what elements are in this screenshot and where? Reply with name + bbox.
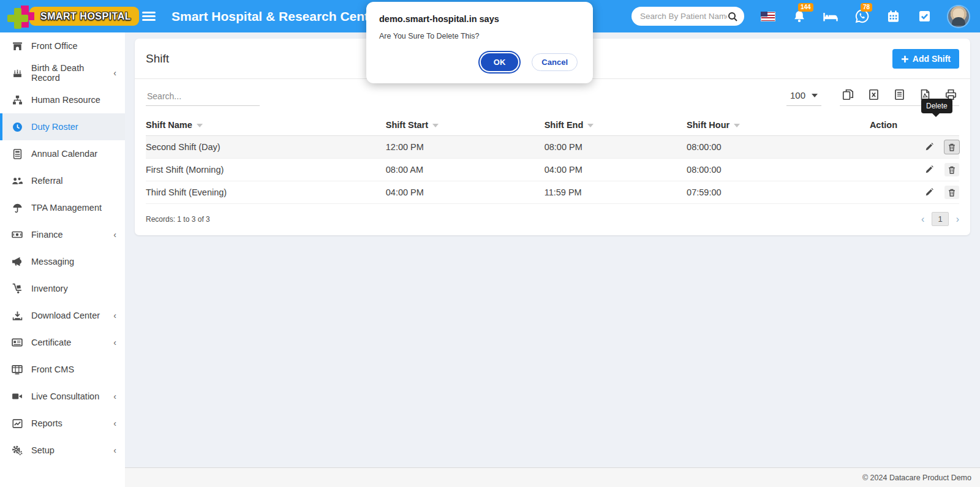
- calendar-icon[interactable]: [886, 9, 900, 24]
- prev-page-icon[interactable]: ‹: [921, 214, 924, 224]
- table-row[interactable]: First Shift (Morning) 08:00 AM 04:00 PM …: [146, 159, 959, 181]
- cell-shift-hour: 08:00:00: [687, 136, 870, 159]
- sidebar-item-label: Birth & Death Record: [31, 63, 113, 83]
- language-flag-icon[interactable]: [761, 9, 775, 24]
- chevron-left-icon: ‹: [113, 391, 116, 401]
- id-card-icon: [11, 337, 23, 348]
- sidebar-item-front-cms[interactable]: Front CMS: [0, 356, 125, 383]
- sidebar-item-download-center[interactable]: Download Center ‹: [0, 302, 125, 329]
- sidebar-item-reports[interactable]: Reports ‹: [0, 410, 125, 437]
- sidebar-item-tpa-management[interactable]: TPA Management: [0, 194, 125, 221]
- chevron-left-icon: ‹: [113, 445, 116, 455]
- dialog-title: demo.smart-hospital.in says: [379, 14, 580, 24]
- sidebar-item-label: Finance: [31, 230, 63, 240]
- patient-search[interactable]: [631, 7, 744, 26]
- sort-icon[interactable]: [432, 124, 439, 127]
- sort-icon[interactable]: [197, 124, 203, 127]
- sidebar-item-label: Live Consultation: [31, 391, 99, 401]
- trash-icon[interactable]: [944, 163, 959, 176]
- download-icon: [11, 310, 23, 321]
- app-logo[interactable]: SMART HOSPITAL: [7, 4, 127, 29]
- sidebar-item-duty-roster[interactable]: Duty Roster: [0, 113, 125, 140]
- page-number-button[interactable]: 1: [932, 212, 948, 226]
- sidebar-item-label: Human Resource: [31, 95, 100, 105]
- sidebar-item-finance[interactable]: Finance ‹: [0, 221, 125, 248]
- bed-icon[interactable]: [823, 9, 838, 24]
- delete-tooltip: Delete: [921, 99, 952, 113]
- sidebar-item-certificate[interactable]: Certificate ‹: [0, 329, 125, 356]
- sort-icon[interactable]: [734, 124, 740, 127]
- trash-icon[interactable]: [944, 186, 959, 199]
- archway-icon: [11, 40, 23, 51]
- sidebar-item-setup[interactable]: Setup ‹: [0, 437, 125, 464]
- sidebar-item-front-office[interactable]: Front Office: [0, 32, 125, 59]
- cell-shift-start: 12:00 PM: [386, 136, 545, 159]
- user-avatar[interactable]: [948, 6, 969, 27]
- sidebar-item-human-resource[interactable]: Human Resource: [0, 86, 125, 113]
- sidebar-item-label: TPA Management: [31, 203, 102, 213]
- cancel-button[interactable]: Cancel: [532, 53, 578, 71]
- notification-badge: 144: [798, 3, 813, 12]
- col-shift-start[interactable]: Shift Start: [386, 115, 545, 136]
- gears-icon: [11, 445, 23, 456]
- edit-icon[interactable]: [922, 186, 937, 199]
- sidebar-item-annual-calendar[interactable]: Annual Calendar: [0, 140, 125, 167]
- browser-icon: [11, 364, 23, 375]
- pagination: ‹ 1 ›: [921, 212, 959, 226]
- birth-death-icon: [11, 67, 23, 78]
- sort-icon[interactable]: [587, 124, 594, 127]
- table-row[interactable]: Second Shift (Day) 12:00 PM 08:00 PM 08:…: [146, 136, 959, 159]
- sidebar-item-label: Front CMS: [31, 364, 74, 374]
- edit-icon[interactable]: [922, 140, 937, 154]
- patient-search-input[interactable]: [640, 12, 727, 21]
- next-page-icon[interactable]: ›: [956, 214, 959, 224]
- cell-shift-end: 04:00 PM: [545, 159, 687, 181]
- file-text-icon[interactable]: [894, 89, 905, 100]
- sidebar-item-label: Annual Calendar: [31, 149, 97, 159]
- chevron-left-icon: ‹: [113, 68, 116, 78]
- excel-icon[interactable]: [868, 89, 880, 100]
- cell-shift-name: Third Shift (Evening): [146, 181, 386, 204]
- dolly-icon: [11, 283, 23, 294]
- search-icon[interactable]: [727, 11, 738, 22]
- cell-shift-hour: 07:59:00: [687, 181, 870, 204]
- umbrella-icon: [11, 202, 23, 213]
- main-content: Shift Add Shift 100: [125, 32, 980, 467]
- cell-shift-start: 08:00 AM: [386, 159, 545, 181]
- whatsapp-badge: 78: [861, 3, 872, 12]
- sidebar-item-live-consultation[interactable]: Live Consultation ‹: [0, 383, 125, 410]
- sidebar-item-messaging[interactable]: Messaging: [0, 248, 125, 275]
- logo-plus-icon: [7, 4, 34, 29]
- notifications-bell-icon[interactable]: 144: [792, 9, 807, 24]
- sidebar-item-label: Front Office: [31, 41, 77, 51]
- chart-icon: [11, 418, 23, 429]
- sidebar-item-inventory[interactable]: Inventory: [0, 275, 125, 302]
- sidebar-item-label: Duty Roster: [31, 122, 78, 132]
- task-check-icon[interactable]: [917, 9, 932, 24]
- sidebar-item-label: Download Center: [31, 311, 100, 320]
- sidebar-item-birth-death-record[interactable]: Birth & Death Record ‹: [0, 59, 125, 86]
- edit-icon[interactable]: [922, 163, 937, 176]
- sidebar-item-referral[interactable]: Referral: [0, 167, 125, 194]
- plus-icon: [901, 55, 909, 63]
- page-title: Shift: [146, 52, 169, 66]
- whatsapp-icon[interactable]: 78: [854, 9, 869, 24]
- trash-icon[interactable]: [944, 140, 959, 154]
- table-toolbar: 100: [135, 79, 970, 112]
- col-shift-hour[interactable]: Shift Hour: [687, 115, 870, 136]
- sidebar-item-label: Reports: [31, 418, 62, 428]
- confirm-dialog: demo.smart-hospital.in says Are You Sure…: [366, 2, 593, 83]
- chevron-left-icon: ‹: [113, 230, 116, 240]
- col-shift-name[interactable]: Shift Name: [146, 115, 386, 136]
- chevron-left-icon: ‹: [113, 338, 116, 347]
- add-shift-button[interactable]: Add Shift: [892, 49, 959, 69]
- calculator-icon: [11, 148, 23, 159]
- table-row[interactable]: Third Shift (Evening) 04:00 PM 11:59 PM …: [146, 181, 959, 204]
- page-size-select[interactable]: 100: [786, 89, 821, 106]
- table-search-input[interactable]: [146, 89, 260, 106]
- copy-icon[interactable]: [842, 89, 854, 100]
- menu-toggle-icon[interactable]: [142, 12, 156, 21]
- col-shift-end[interactable]: Shift End: [545, 115, 687, 136]
- ok-button[interactable]: OK: [481, 53, 519, 71]
- topbar-actions: 144 78: [631, 6, 969, 27]
